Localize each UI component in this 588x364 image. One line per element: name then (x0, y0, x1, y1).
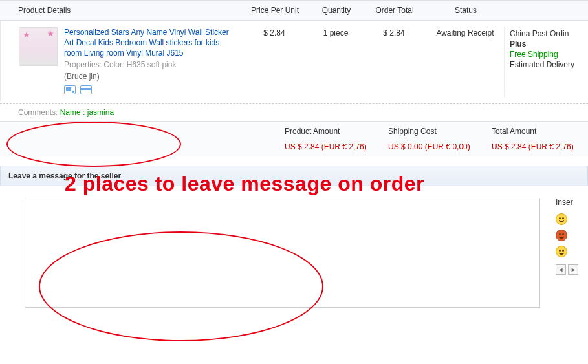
emoji-prev-button[interactable]: ◄ (556, 264, 566, 275)
emoji-pager: ◄ ► (556, 264, 588, 275)
order-table: Product Details Price Per Unit Quantity … (0, 0, 588, 156)
message-area: Inser ◄ ► (0, 198, 588, 308)
shipping-method-line1: China Post Ordin (510, 28, 588, 39)
totals-bar: Product Amount US $ 2.84 (EUR € 2,76) Sh… (0, 121, 588, 156)
payment-icon[interactable] (80, 85, 92, 94)
product-seller: (Bruce jin) (64, 71, 239, 81)
totals-product: Product Amount US $ 2.84 (EUR € 2,76) (272, 127, 375, 151)
row-price: $ 2.84 (239, 27, 310, 97)
comments-label: Comments: (18, 108, 58, 117)
product-thumbnail[interactable] (19, 27, 58, 66)
totals-total: Total Amount US $ 2.84 (EUR € 2,76) (479, 127, 582, 151)
header-order-total: Order Total (362, 6, 427, 15)
shipping-estimated: Estimated Delivery (510, 59, 588, 70)
row-status: Awaiting Receipt (426, 27, 504, 97)
header-quantity: Quantity (310, 6, 362, 15)
row-order-total: $ 2.84 (362, 27, 426, 97)
header-status: Status (427, 6, 505, 15)
product-amount-label: Product Amount (285, 127, 375, 136)
total-amount-label: Total Amount (492, 127, 582, 136)
product-properties: Properties: Color: H635 soft pink (64, 59, 239, 70)
emoji-next-button[interactable]: ► (568, 264, 578, 275)
totals-shipping: Shipping Cost US $ 0.00 (EUR € 0,00) (375, 127, 479, 151)
emoji-panel: Inser ◄ ► (556, 198, 588, 308)
emoji-smile-icon[interactable] (556, 213, 567, 225)
product-title-link[interactable]: Personalized Stars Any Name Vinyl Wall S… (64, 28, 229, 58)
leave-message-header: Leave a message for the seller (0, 166, 588, 186)
comments-row: Comments: Name : jasmina (0, 103, 588, 121)
shipping-free: Free Shipping (510, 49, 588, 59)
shipping-cost-value: US $ 0.00 (EUR € 0,00) (388, 142, 479, 151)
table-header: Product Details Price Per Unit Quantity … (0, 1, 588, 21)
comments-value: Name : jasmina (60, 108, 114, 117)
shipping-cost-label: Shipping Cost (388, 127, 479, 136)
emoji-laugh-icon[interactable] (556, 230, 567, 241)
table-row: Personalized Stars Any Name Vinyl Wall S… (0, 21, 588, 101)
emoji-wink-icon[interactable] (556, 246, 567, 257)
shipping-icon[interactable] (64, 85, 76, 94)
product-info: Personalized Stars Any Name Vinyl Wall S… (64, 27, 239, 97)
product-icons (64, 85, 239, 97)
header-product-details: Product Details (0, 6, 239, 15)
row-shipping: China Post Ordin Plus Free Shipping Esti… (504, 27, 588, 97)
emoji-panel-title: Inser (556, 198, 588, 207)
shipping-method-line2: Plus (510, 39, 588, 49)
product-amount-value: US $ 2.84 (EUR € 2,76) (285, 142, 375, 151)
seller-message-input[interactable] (25, 198, 540, 308)
header-price: Price Per Unit (239, 6, 310, 15)
row-quantity: 1 piece (310, 27, 362, 97)
total-amount-value: US $ 2.84 (EUR € 2,76) (492, 142, 582, 151)
